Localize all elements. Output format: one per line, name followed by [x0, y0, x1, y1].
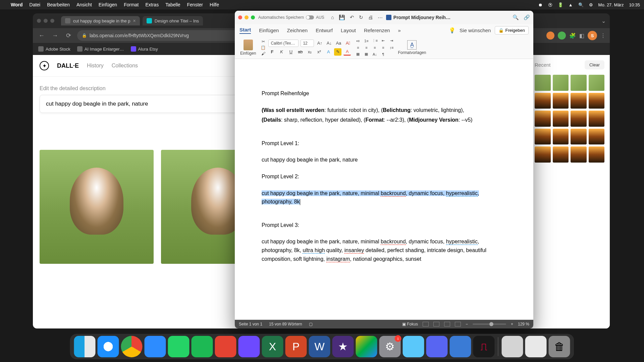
zoom-in-icon[interactable]: +	[511, 322, 513, 326]
font-color-icon[interactable]: A	[343, 48, 351, 56]
recent-thumb[interactable]	[535, 129, 551, 145]
control-center-icon[interactable]: ⚙	[589, 2, 593, 7]
openai-logo-icon[interactable]: ✦	[40, 61, 49, 70]
italic-button[interactable]: K	[278, 48, 285, 56]
screen-record-icon[interactable]: ⏺	[538, 2, 543, 7]
dock-powerpoint[interactable]: P	[285, 336, 307, 357]
home-icon[interactable]: ⌂	[331, 14, 334, 20]
extension-icon[interactable]	[558, 32, 566, 40]
recent-thumb[interactable]	[535, 111, 551, 127]
tab-referenzen[interactable]: Referenzen	[364, 27, 390, 33]
cut-icon[interactable]: ✂	[262, 39, 265, 44]
nav-back-icon[interactable]: ←	[37, 31, 46, 40]
bookmark-alura[interactable]: Alura Etsy	[131, 46, 158, 52]
dock-drive[interactable]	[356, 336, 377, 357]
recent-thumb[interactable]	[589, 93, 605, 109]
strikethrough-button[interactable]: ab	[297, 48, 304, 56]
borders-icon[interactable]: ▦	[363, 52, 370, 57]
page-content[interactable]: Prompt Reihenfolge (Was soll erstellt we…	[235, 59, 533, 320]
change-case-icon[interactable]: Aa	[335, 40, 342, 47]
tell-me-input[interactable]: Sie wünschen	[460, 27, 491, 33]
dock-trash[interactable]: 🗑	[549, 336, 570, 357]
numbering-icon[interactable]: 1≡	[363, 38, 370, 44]
shading-icon[interactable]: ▦	[354, 52, 362, 57]
menubar-time[interactable]: 10:35	[629, 2, 640, 7]
clear-format-icon[interactable]: A⃠	[344, 40, 352, 47]
dock-word[interactable]: W	[309, 336, 330, 357]
dock-todoist[interactable]	[215, 336, 236, 357]
recent-thumb[interactable]	[589, 129, 605, 145]
zoom-out-icon[interactable]: −	[466, 322, 468, 326]
highlight-icon[interactable]: ✎	[334, 48, 341, 56]
menu-einfuegen[interactable]: Einfügen	[99, 2, 117, 7]
spotlight-icon[interactable]: 🔍	[578, 2, 584, 7]
menu-datei[interactable]: Datei	[30, 2, 41, 7]
recent-thumb[interactable]	[535, 75, 551, 91]
paste-icon[interactable]	[244, 40, 253, 50]
recent-thumb[interactable]	[571, 93, 587, 109]
recent-thumb[interactable]	[553, 75, 569, 91]
clear-button[interactable]: Clear	[585, 60, 604, 69]
font-size-select[interactable]: 12	[301, 40, 314, 47]
browser-tab-dalle[interactable]: cut happy dog beagle in the p ×	[61, 16, 140, 25]
nav-reload-icon[interactable]: ⟳	[64, 31, 73, 40]
result-image[interactable]	[40, 150, 154, 264]
superscript-button[interactable]: x²	[315, 48, 323, 56]
search-icon[interactable]: 🔍	[513, 14, 519, 20]
dock-app[interactable]	[403, 336, 424, 357]
view-draft-icon[interactable]	[455, 322, 461, 326]
window-controls[interactable]	[37, 19, 54, 23]
show-marks-icon[interactable]: ¶	[379, 52, 387, 57]
tab-zeichnen[interactable]: Zeichnen	[287, 27, 308, 33]
underline-button[interactable]: U	[287, 48, 294, 56]
zoom-slider[interactable]	[473, 323, 506, 325]
dock-zoom[interactable]	[145, 336, 166, 357]
tab-einfuegen[interactable]: Einfügen	[259, 27, 279, 33]
styles-group[interactable]: A̲ Formatvorlagen	[398, 40, 426, 55]
menu-hilfe[interactable]: Hilfe	[210, 2, 219, 7]
extensions-puzzle-icon[interactable]: 🧩	[569, 33, 576, 39]
nav-forward-icon[interactable]: →	[50, 31, 60, 40]
justify-icon[interactable]: ≡	[379, 45, 387, 50]
recent-thumb[interactable]	[571, 75, 587, 91]
extension-icon[interactable]	[546, 32, 554, 40]
share-link-icon[interactable]: 🔗	[524, 14, 530, 20]
profile-avatar[interactable]: S	[588, 31, 597, 40]
menu-tabelle[interactable]: Tabelle	[165, 2, 180, 7]
indent-right-icon[interactable]: ⇥	[388, 38, 395, 44]
dock-quicktime[interactable]	[450, 336, 471, 357]
dalle-title[interactable]: DALL·E	[57, 62, 79, 69]
dock-discord[interactable]	[426, 336, 448, 357]
menubar-date[interactable]: Mo. 27. März	[598, 2, 624, 7]
dock-settings[interactable]: ⚙1	[379, 336, 401, 357]
dock-app[interactable]	[238, 336, 260, 357]
app-name[interactable]: Word	[11, 2, 23, 7]
recent-thumb[interactable]	[535, 146, 551, 163]
focus-mode[interactable]: ▣ Fokus	[402, 322, 418, 326]
more-icon[interactable]: ⋯	[378, 14, 383, 20]
recent-thumb[interactable]	[571, 129, 587, 145]
document-canvas[interactable]: Prompt Reihenfolge (Was soll erstellt we…	[235, 59, 533, 320]
battery-icon[interactable]: 🔋	[558, 2, 563, 7]
menu-extras[interactable]: Extras	[145, 2, 159, 7]
copy-icon[interactable]: 📋	[261, 45, 266, 50]
font-select[interactable]: Calibri (Tex…	[268, 40, 299, 47]
tab-start[interactable]: Start	[239, 27, 251, 34]
browser-tab-canva[interactable]: Design ohne Titel – Ins	[143, 16, 203, 25]
dock-safari[interactable]	[98, 336, 119, 357]
language-icon[interactable]: ▢	[309, 322, 313, 326]
bookmark-adobe-stock[interactable]: Adobe Stock	[38, 46, 70, 52]
page-indicator[interactable]: Seite 1 von 1	[239, 322, 262, 326]
menu-bearbeiten[interactable]: Bearbeiten	[47, 2, 70, 7]
dock-excel[interactable]: X	[262, 336, 283, 357]
text-effects-icon[interactable]: A	[325, 48, 332, 56]
recent-thumb[interactable]	[589, 75, 605, 91]
close-tab-icon[interactable]: ×	[133, 18, 136, 23]
chrome-menu-icon[interactable]: ⋮	[600, 33, 606, 39]
print-icon[interactable]: 🖨	[368, 14, 373, 20]
dock-spotify[interactable]	[192, 336, 213, 357]
menu-format[interactable]: Format	[124, 2, 139, 7]
dock-stickies[interactable]	[525, 336, 547, 357]
window-controls[interactable]	[238, 15, 255, 19]
more-tabs-icon[interactable]: »	[398, 27, 401, 33]
